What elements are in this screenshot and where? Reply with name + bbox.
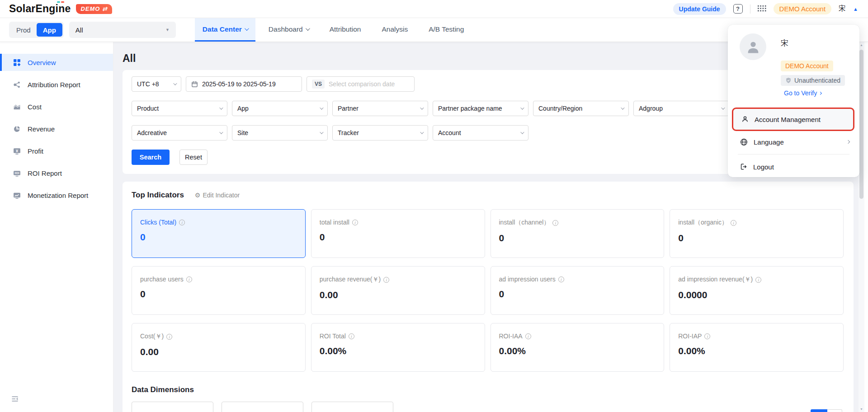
- sidebar-item-overview[interactable]: Overview: [0, 54, 113, 71]
- partner-package-name-select[interactable]: Partner package name: [433, 101, 528, 116]
- edit-indicator-button[interactable]: ⚙ Edit Indicator: [195, 192, 240, 199]
- chevron-down-icon: [306, 26, 310, 31]
- tracker-select[interactable]: Tracker: [332, 125, 428, 140]
- indicator-value: 0.00: [140, 346, 297, 357]
- partial-white-segment[interactable]: [827, 409, 842, 412]
- top-indicators-title: Top Indicators: [132, 191, 184, 200]
- info-icon[interactable]: [349, 333, 354, 339]
- reset-button[interactable]: Reset: [179, 150, 208, 165]
- chevron-down-icon: [219, 130, 223, 134]
- indicator-card-purchase-revenue[interactable]: purchase revenue(￥) 0.00: [311, 266, 485, 315]
- indicator-card-cost[interactable]: Cost(￥) 0.00: [132, 323, 306, 372]
- sidebar-item-monetization-report[interactable]: Monetization Report: [0, 187, 113, 204]
- search-button[interactable]: Search: [132, 150, 170, 165]
- tab-analysis[interactable]: Analysis: [374, 18, 415, 42]
- sidebar-item-attribution-report[interactable]: Attribution Report: [0, 76, 113, 93]
- scrollbar-thumb[interactable]: [859, 50, 863, 199]
- product-select[interactable]: Product: [132, 101, 227, 116]
- demo-mode-badge[interactable]: DEMO ⇄: [76, 4, 112, 14]
- indicator-card-roi-iaa[interactable]: ROI-IAA 0.00%: [491, 323, 665, 372]
- comparison-date-input[interactable]: VS Select comparison date: [307, 76, 415, 92]
- menu-item-logout[interactable]: Logout: [728, 157, 859, 176]
- adcreative-select[interactable]: Adcreative: [132, 125, 227, 140]
- info-icon[interactable]: [179, 220, 185, 225]
- user-menu-caret-icon[interactable]: ▲: [853, 6, 858, 12]
- sidebar-item-profit[interactable]: ¥ Profit: [0, 142, 113, 159]
- timezone-select[interactable]: UTC +8: [132, 76, 181, 92]
- info-icon[interactable]: [166, 334, 172, 340]
- indicator-card-install-channel[interactable]: install（channel） 0: [491, 209, 665, 258]
- sidebar-collapse-button[interactable]: [11, 395, 19, 404]
- sidebar-item-cost[interactable]: Cost: [0, 98, 113, 115]
- tab-attribution[interactable]: Attribution: [322, 18, 369, 42]
- app-selector-value: All: [75, 26, 83, 34]
- dimension-select-1[interactable]: [132, 402, 213, 412]
- update-guide-button[interactable]: Update Guide: [673, 3, 726, 15]
- go-to-verify-link[interactable]: Go to Verify: [784, 89, 821, 97]
- info-icon[interactable]: [731, 220, 736, 226]
- data-dimensions-filters: [132, 402, 844, 412]
- info-icon[interactable]: [755, 277, 761, 283]
- app-filter-select[interactable]: App: [232, 101, 328, 116]
- tab-data-center[interactable]: Data Center: [195, 18, 255, 42]
- date-range-value: 2025-05-19 to 2025-05-19: [202, 80, 276, 88]
- indicator-card-install-organic[interactable]: install（organic） 0: [670, 209, 844, 258]
- indicator-value: 0: [320, 232, 476, 243]
- vs-badge: VS: [312, 80, 325, 89]
- indicator-card-ad-impression-revenue[interactable]: ad impression revenue(￥) 0.0000: [670, 266, 844, 315]
- app-selector-dropdown[interactable]: All ▼: [69, 22, 176, 38]
- indicator-card-clicks-total[interactable]: Clicks (Total) 0: [132, 209, 306, 258]
- info-icon[interactable]: [558, 276, 564, 282]
- menu-item-language[interactable]: Language: [728, 132, 859, 151]
- account-select[interactable]: Account: [433, 125, 528, 140]
- help-icon[interactable]: ?: [733, 4, 743, 14]
- info-icon[interactable]: [186, 276, 192, 282]
- demo-badge-label: DEMO: [80, 5, 100, 12]
- partial-blue-segment[interactable]: [811, 409, 827, 412]
- indicator-grid: Clicks (Total) 0 total install 0 install…: [132, 209, 844, 372]
- avatar-person-icon: [745, 39, 761, 55]
- partial-bottom-control[interactable]: [811, 409, 842, 412]
- user-demo-account-badge: DEMO Account: [781, 61, 833, 71]
- indicator-card-roi-total[interactable]: ROI Total 0.00%: [311, 323, 485, 372]
- chevron-down-icon: [520, 106, 524, 109]
- tab-ab-testing[interactable]: A/B Testing: [421, 18, 472, 42]
- info-icon[interactable]: [552, 220, 558, 226]
- chevron-down-icon: [520, 130, 524, 134]
- dimension-select-2[interactable]: [222, 402, 303, 412]
- indicator-value: 0: [499, 233, 656, 243]
- env-app-option[interactable]: App: [37, 23, 62, 37]
- info-icon[interactable]: [525, 333, 531, 339]
- info-icon[interactable]: [383, 277, 389, 283]
- dimension-select-3[interactable]: [311, 402, 393, 412]
- menu-item-account-management[interactable]: Account Management: [733, 109, 853, 130]
- indicator-card-total-install[interactable]: total install 0: [311, 209, 485, 258]
- apps-grid-icon[interactable]: [758, 5, 766, 12]
- user-name[interactable]: 宋: [839, 4, 846, 14]
- site-select[interactable]: Site: [232, 125, 328, 140]
- indicator-value: 0.00%: [678, 346, 835, 356]
- country-region-select[interactable]: Country/Region: [533, 101, 629, 116]
- red-annotation-box: Account Management: [732, 108, 854, 131]
- date-range-picker[interactable]: 2025-05-19 to 2025-05-19: [186, 76, 302, 92]
- chevron-down-icon: [320, 130, 323, 134]
- indicator-card-roi-iap[interactable]: ROI-IAP 0.00%: [670, 323, 844, 372]
- env-prod-option[interactable]: Prod: [10, 26, 37, 34]
- adgroup-select[interactable]: Adgroup: [633, 101, 729, 116]
- scroll-up-arrow-icon[interactable]: ▲: [860, 43, 863, 47]
- indicator-value: 0: [499, 289, 656, 300]
- indicator-card-purchase-users[interactable]: purchase users 0: [132, 266, 306, 315]
- sidebar-item-roi-report[interactable]: ROI ROI Report: [0, 164, 113, 182]
- info-icon[interactable]: [704, 333, 710, 339]
- left-sidebar: Overview Attribution Report Cost Revenue: [0, 42, 113, 412]
- comparison-placeholder: Select comparison date: [329, 80, 395, 88]
- scroll-down-arrow-icon[interactable]: ▼: [860, 407, 863, 411]
- demo-account-badge: DEMO Account: [774, 3, 832, 14]
- tab-dashboard[interactable]: Dashboard: [261, 18, 316, 42]
- chevron-down-icon: [245, 26, 249, 31]
- partner-select[interactable]: Partner: [332, 101, 428, 116]
- logout-icon: [740, 163, 747, 170]
- indicator-card-ad-impression-users[interactable]: ad impression users 0: [491, 266, 665, 315]
- info-icon[interactable]: [352, 220, 358, 225]
- sidebar-item-revenue[interactable]: Revenue: [0, 120, 113, 137]
